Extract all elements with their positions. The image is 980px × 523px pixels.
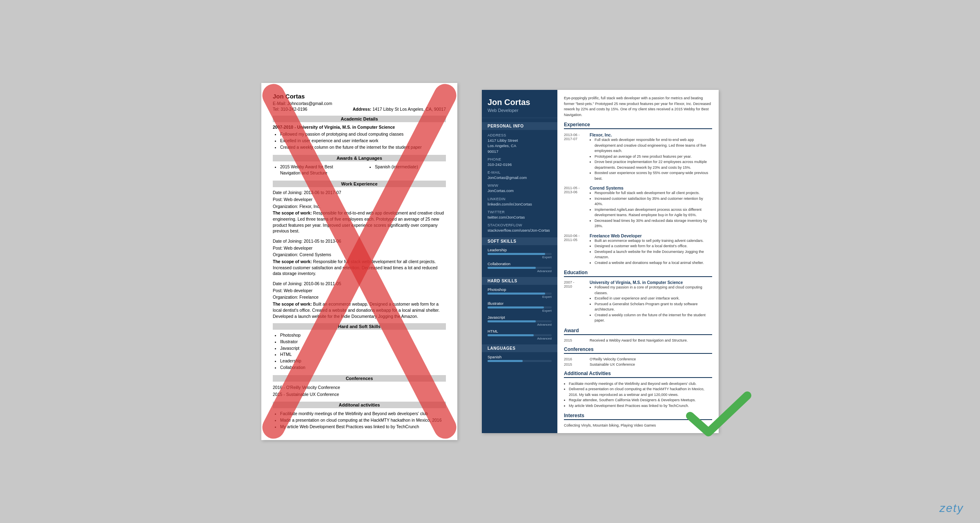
list-item: 2015 Webby Award for Best Navigation and… — [280, 164, 351, 177]
list-item: Responsible for full stack web developme… — [595, 190, 712, 196]
skill-name: Illustrator — [488, 301, 552, 306]
academic-section-header: Academic Details — [273, 116, 446, 122]
linkedin-label: LinkedIn — [488, 197, 552, 201]
skill-level: Expert — [488, 295, 552, 299]
academic-entry: 2007-2010 - University of Virginia, M.S.… — [273, 125, 446, 150]
exp-company: Flexor, Inc. — [590, 132, 712, 137]
conf-1: 2016 - O'Reilly Velocity Conference — [273, 384, 446, 391]
skill-name: HTML — [488, 329, 552, 333]
skill-level: Advanced — [488, 337, 552, 340]
personal-section-title: Personal Info — [482, 122, 557, 130]
edu-date: 2007 - 2010 — [564, 280, 586, 324]
language-bar-fill — [488, 360, 523, 362]
sidebar-title: Web Developer — [488, 108, 552, 113]
skill-illustrator: Illustrator Expert — [482, 301, 557, 313]
conf-name: O'Reilly Velocity Conference — [590, 357, 636, 361]
resume-sidebar: Jon Cortas Web Developer Personal Info A… — [482, 90, 557, 433]
list-item: Excelled in user experience and user int… — [595, 296, 712, 302]
activities-section-header: Additonal activities — [273, 402, 446, 408]
exp-body: Flexor, Inc. Full stack web developer re… — [590, 132, 712, 181]
twitter-label: Twitter — [488, 210, 552, 214]
awards-list: 2015 Webby Award for Best Navigation and… — [273, 164, 446, 177]
list-item: Followed my passion of prototyping and c… — [280, 131, 446, 138]
award-entry: 2015 Received a Webby Award for Best Nav… — [564, 338, 712, 342]
skill-photoshop: Photoshop Expert — [482, 287, 557, 299]
personal-info-block: Address 1417 Libby Street Los Angeles, C… — [482, 133, 557, 233]
edu-body: University of Virginia, M.S. in Computer… — [590, 280, 712, 324]
list-item: Full stack web developer responsible for… — [595, 137, 712, 154]
exp-date: 2010-06 - 2011-05 — [564, 233, 586, 266]
skill-level: Advanced — [488, 323, 552, 326]
stackoverflow-value: stackoverflow.com/users/Jon-Cortas — [488, 228, 552, 233]
skill-level: Expert — [488, 309, 552, 313]
exp-entry-1: 2013-06 - 2017-07 Flexor, Inc. Full stac… — [564, 132, 712, 181]
left-contact-row: Tel: 310-242-0196 Address: 1417 Libby St… — [273, 107, 446, 112]
activities-list: Facilitate monthly meetings of the Webfi… — [569, 381, 712, 409]
summary-text: Eye-poppingly prolific, full stack web d… — [564, 96, 712, 118]
list-item: Built an ecommerce webapp to sell potty … — [595, 238, 712, 244]
left-email: E-Mail: Johncortas@gmail.com — [273, 101, 446, 106]
skill-name: Leadership — [488, 248, 552, 252]
email-value: JonCortas@gmail.com — [488, 175, 552, 180]
skill-bar-bg — [488, 293, 552, 295]
left-name: Jon Cortas — [273, 93, 446, 100]
conferences-section-header: Conferences — [273, 375, 446, 382]
skill-bar-fill — [488, 334, 534, 336]
list-item: Made a presentation on cloud computing a… — [280, 417, 446, 424]
www-value: JonCortas.com — [488, 188, 552, 193]
awards-section-header: Awards & Languages — [273, 155, 446, 161]
list-item: Excelled in user experience and user int… — [280, 138, 446, 144]
skill-bar-bg — [488, 253, 552, 255]
hard-skills-section-title: Hard Skills — [482, 277, 557, 285]
language-name: Spanish — [488, 355, 552, 359]
resume-main-content: Eye-poppingly prolific, full stack web d… — [557, 90, 719, 433]
skills-list: Photoshop Illustrator Javascript HTML Le… — [280, 332, 446, 371]
www-label: WWW — [488, 183, 552, 188]
list-item: Boosted user experience scores by 55% ov… — [595, 170, 712, 181]
list-item: Illustrator — [280, 339, 446, 345]
skill-leadership: Leadership Expert — [482, 248, 557, 259]
skill-bar-fill — [488, 320, 536, 322]
list-item: Facilitate monthly meetings of the Webfi… — [569, 381, 712, 387]
skill-name: Photoshop — [488, 287, 552, 292]
conf-entry-2: 2015 Sustainable UX Conference — [564, 362, 712, 367]
education-section-title: Education — [564, 270, 712, 277]
twitter-value: twitter.com/JonCortas — [488, 215, 552, 220]
list-item: Implemented Agile/Lean development proce… — [595, 207, 712, 218]
sidebar-name-block: Jon Cortas Web Developer — [482, 90, 557, 118]
list-item: Regular attendee, Southern California We… — [569, 398, 712, 403]
edu-entry-1: 2007 - 2010 University of Virginia, M.S.… — [564, 280, 712, 324]
stackoverflow-label: StackOverflow — [488, 223, 552, 227]
list-item: Pursued a Generalist Scholars Program gr… — [595, 302, 712, 313]
list-item: Drove best practice implementation for 2… — [595, 159, 712, 170]
exp-bullets: Full stack web developer responsible for… — [595, 137, 712, 181]
list-item: Created a weekly column on the future of… — [595, 313, 712, 324]
list-item: Photoshop — [280, 332, 446, 339]
skill-bar-fill — [488, 267, 536, 269]
language-bar-bg — [488, 360, 552, 362]
address-label: Address — [488, 133, 552, 137]
skill-html: HTML Advanced — [482, 329, 557, 340]
skill-level: Advanced — [488, 269, 552, 273]
phone-value: 310-242-0196 — [488, 162, 552, 167]
list-item: Javascript — [280, 345, 446, 352]
sidebar-full-name: Jon Cortas — [488, 97, 552, 107]
job-entry-3: Date of Joining: 2010-06 to 2011-05 Post… — [273, 281, 446, 319]
phone-label: Phone — [488, 157, 552, 161]
conf-year: 2016 — [564, 357, 586, 361]
list-item: My article Web Development Best Practice… — [280, 424, 446, 430]
zety-watermark: zety — [940, 502, 964, 515]
skill-name: Collaboration — [488, 262, 552, 266]
exp-bullets: Responsible for full stack web developme… — [595, 190, 712, 229]
exp-entry-2: 2011-05 - 2013-06 Corend Systems Respons… — [564, 186, 712, 229]
conferences-section-title: Conferences — [564, 346, 712, 354]
list-item: Created a website and donations webapp f… — [595, 260, 712, 266]
skill-name: Javascript — [488, 315, 552, 320]
exp-bullets: Built an ecommerce webapp to sell potty … — [595, 238, 712, 266]
list-item: Created a weekly column on the future of… — [280, 144, 446, 151]
exp-company: Freelance Web Developer — [590, 233, 712, 238]
skill-bar-bg — [488, 267, 552, 269]
activities-list: Facilitate monthly meetings of the Webfi… — [280, 411, 446, 430]
exp-entry-3: 2010-06 - 2011-05 Freelance Web Develope… — [564, 233, 712, 266]
list-item: Followed my passion in a core of prototy… — [595, 285, 712, 296]
